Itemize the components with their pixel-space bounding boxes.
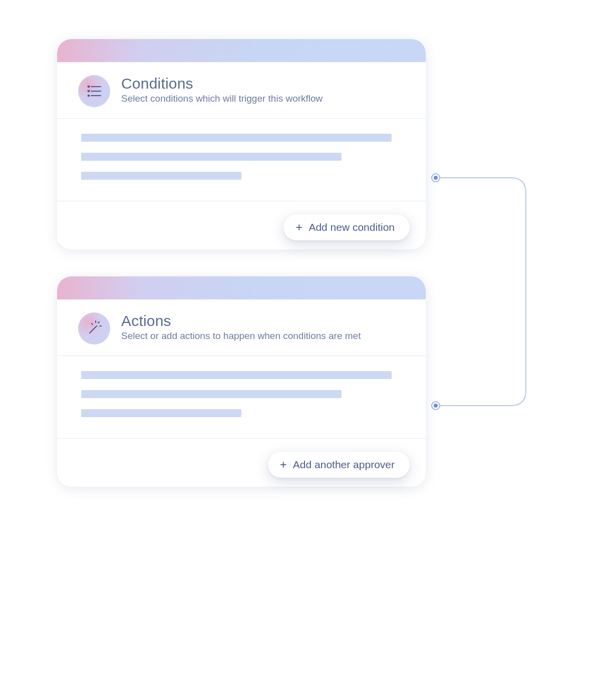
card-gradient-bar (57, 276, 426, 299)
svg-line-10 (92, 323, 93, 324)
svg-line-6 (90, 326, 97, 333)
connector-node-actions (431, 401, 440, 410)
plus-icon: + (280, 459, 287, 471)
conditions-subtitle: Select conditions which will trigger thi… (121, 93, 323, 104)
placeholder-line (81, 390, 342, 398)
conditions-card-body: Conditions Select conditions which will … (57, 39, 426, 231)
card-gradient-bar (57, 39, 426, 62)
add-approver-button[interactable]: + Add another approver (268, 452, 410, 478)
conditions-card: Conditions Select conditions which will … (57, 39, 426, 249)
connector-node-conditions (431, 173, 440, 182)
placeholder-line (81, 371, 392, 379)
actions-placeholder-area (57, 356, 426, 438)
actions-card: Actions Select or add actions to happen … (57, 276, 426, 487)
placeholder-line (81, 134, 392, 142)
conditions-title: Conditions (121, 75, 323, 92)
add-approver-label: Add another approver (293, 459, 395, 471)
plus-icon: + (295, 221, 302, 233)
add-condition-button[interactable]: + Add new condition (283, 214, 410, 240)
conditions-header-text: Conditions Select conditions which will … (121, 75, 323, 104)
svg-line-7 (98, 322, 99, 323)
add-condition-label: Add new condition (309, 221, 395, 233)
actions-subtitle: Select or add actions to happen when con… (121, 330, 361, 342)
magic-wand-icon (78, 312, 110, 345)
actions-header-text: Actions Select or add actions to happen … (121, 312, 361, 342)
actions-card-body: Actions Select or add actions to happen … (57, 276, 426, 468)
actions-header: Actions Select or add actions to happen … (57, 299, 426, 356)
conditions-placeholder-area (57, 119, 426, 201)
placeholder-line (81, 153, 342, 161)
actions-title: Actions (121, 312, 361, 329)
svg-point-4 (88, 95, 89, 96)
placeholder-line (81, 409, 241, 417)
conditions-header: Conditions Select conditions which will … (57, 62, 426, 119)
workflow-connector (426, 170, 546, 421)
placeholder-line (81, 172, 241, 180)
checklist-icon (78, 75, 110, 107)
